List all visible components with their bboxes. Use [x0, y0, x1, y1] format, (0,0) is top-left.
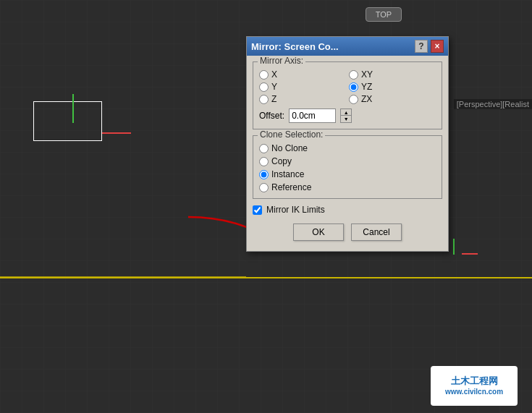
radio-no-clone[interactable]	[259, 144, 269, 153]
axis-red-horizontal	[102, 132, 131, 134]
mirror-axis-label: Mirror Axis:	[258, 56, 305, 66]
radio-label-instance: Instance	[271, 169, 304, 179]
radio-label-reference: Reference	[271, 182, 311, 192]
radio-label-x: X	[271, 69, 277, 80]
spin-down-button[interactable]: ▼	[341, 116, 351, 122]
radio-item-xy: XY	[349, 69, 436, 80]
watermark-logo: 土木工程网 www.civilcn.com	[431, 366, 518, 406]
mirror-axis-group: Mirror Axis: X XY Y YZ	[253, 61, 442, 129]
viewport-object-rect	[33, 101, 102, 141]
close-button[interactable]: ×	[431, 40, 444, 53]
viewport-label: [Perspective][Realist	[454, 99, 532, 109]
offset-input[interactable]	[289, 108, 336, 123]
yellow-axis-line	[0, 277, 532, 278]
spin-up-button[interactable]: ▲	[341, 109, 351, 116]
right-axis-green	[453, 239, 455, 255]
radio-item-instance: Instance	[259, 169, 436, 179]
radio-copy[interactable]	[259, 157, 269, 166]
radio-item-zx: ZX	[349, 94, 436, 104]
radio-label-copy: Copy	[271, 156, 292, 166]
axis-green-vertical	[72, 94, 74, 123]
help-button[interactable]: ?	[415, 40, 428, 53]
radio-axis-zx[interactable]	[349, 95, 358, 104]
offset-spinner: ▲ ▼	[340, 108, 352, 123]
radio-axis-xy[interactable]	[349, 70, 358, 80]
dialog-footer: OK Cancel	[253, 221, 442, 245]
radio-item-no-clone: No Clone	[259, 143, 436, 153]
mirror-dialog: Mirror: Screen Co... ? × Mirror Axis: X …	[246, 36, 449, 252]
watermark-line1: 土木工程网	[445, 375, 503, 388]
radio-axis-x[interactable]	[259, 70, 269, 80]
radio-reference[interactable]	[259, 183, 269, 192]
radio-item-reference: Reference	[259, 182, 436, 192]
radio-label-y: Y	[271, 82, 277, 92]
clone-options: No Clone Copy Instance Reference	[259, 143, 436, 192]
radio-item-x: X	[259, 69, 346, 80]
radio-instance[interactable]	[259, 170, 269, 179]
clone-selection-group: Clone Selection: No Clone Copy Instance …	[253, 135, 442, 199]
cancel-button[interactable]: Cancel	[351, 223, 402, 241]
radio-label-xy: XY	[361, 69, 373, 80]
radio-item-y: Y	[259, 82, 346, 92]
radio-label-zx: ZX	[361, 94, 372, 104]
mirror-ik-label: Mirror IK Limits	[266, 205, 325, 215]
offset-row: Offset: ▲ ▼	[259, 108, 436, 123]
radio-axis-yz[interactable]	[349, 82, 358, 92]
dialog-titlebar: Mirror: Screen Co... ? ×	[247, 37, 448, 56]
radio-axis-y[interactable]	[259, 82, 269, 92]
dialog-body: Mirror Axis: X XY Y YZ	[247, 56, 448, 251]
dialog-title: Mirror: Screen Co...	[251, 41, 415, 52]
top-viewport-button[interactable]: TOP	[366, 7, 402, 22]
clone-selection-label: Clone Selection:	[258, 129, 325, 140]
radio-item-z: Z	[259, 94, 346, 104]
mirror-ik-checkbox[interactable]	[253, 205, 262, 215]
radio-label-z: Z	[271, 94, 276, 104]
offset-label: Offset:	[259, 111, 284, 121]
mirror-axis-options: X XY Y YZ Z	[259, 69, 436, 104]
radio-axis-z[interactable]	[259, 95, 269, 104]
right-axis-red	[462, 253, 478, 255]
watermark-line2: www.civilcn.com	[445, 387, 503, 396]
radio-label-no-clone: No Clone	[271, 143, 308, 153]
radio-item-copy: Copy	[259, 156, 436, 166]
ok-button[interactable]: OK	[293, 223, 344, 241]
radio-item-yz: YZ	[349, 82, 436, 92]
mirror-ik-row: Mirror IK Limits	[253, 205, 442, 215]
radio-label-yz: YZ	[361, 82, 372, 92]
